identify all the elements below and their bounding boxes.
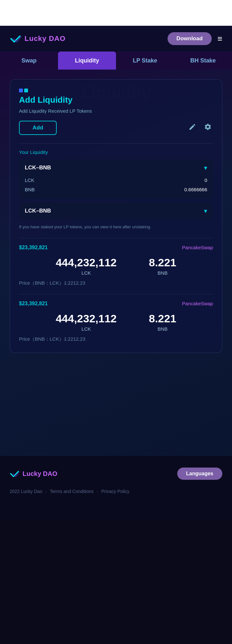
bnb-token-row: BNB 0.6666666 [25, 185, 207, 194]
lck-bnb-row-2[interactable]: LCK–BNB ▾ [19, 203, 213, 219]
edit-icon [188, 123, 196, 131]
card-corner-squares [19, 89, 213, 92]
add-row: Add [19, 121, 213, 135]
tab-bh-stake[interactable]: BH Stake [174, 52, 232, 70]
footer-logo-area: Lucky DAO [10, 470, 57, 478]
logo-area: Lucky DAO [10, 34, 66, 43]
footer: Lucky DAO Languages 2022 Lucky Dao · Ter… [0, 456, 232, 520]
tab-swap[interactable]: Swap [0, 52, 58, 70]
hamburger-icon[interactable]: ≡ [218, 34, 222, 44]
lck-token-row: LCK 0 [25, 175, 207, 185]
logo-text: Lucky DAO [24, 34, 66, 43]
staked-note: If you have staked your LP tokens, you c… [19, 224, 213, 230]
amounts-row-2: 444,232,112 LCK 8.221 BNB [19, 312, 213, 332]
footer-dot-2: · [97, 489, 98, 494]
download-button[interactable]: Download [168, 32, 212, 45]
bnb-amount-value-1: 8.221 [149, 256, 176, 269]
bnb-label: BNB [25, 187, 35, 192]
bnb-value: 0.6666666 [184, 187, 207, 192]
price-row-2: Price（BNB：LCK）1:2212.23 [19, 336, 213, 342]
lck-amount-label-1: LCK [56, 270, 117, 276]
usd-value-1: $23,392,821 [19, 245, 48, 251]
edit-icon-button[interactable] [187, 122, 198, 134]
tab-liquidity[interactable]: Liquidity [58, 52, 116, 70]
pancakeswap-link-1[interactable]: PancakeSwap [182, 245, 213, 250]
lck-value: 0 [205, 177, 207, 183]
corner-sq-blue [19, 89, 23, 92]
lck-amount-value-1: 444,232,112 [56, 256, 117, 269]
card-subtitle: Add Liquidity Received LP Tokens [19, 108, 213, 114]
lck-bnb-header-1: LCK–BNB ▾ [25, 164, 207, 172]
amount-block-lck-2: 444,232,112 LCK [56, 312, 117, 332]
footer-copyright: 2022 Lucky Dao [10, 489, 42, 494]
lck-label: LCK [25, 177, 34, 183]
add-button[interactable]: Add [19, 121, 57, 135]
price-row-1: Price（BNB：LCK）1:2212.23 [19, 280, 213, 286]
lck-amount-value-2: 444,232,112 [56, 312, 117, 325]
amount-block-lck-1: 444,232,112 LCK [56, 256, 117, 276]
amounts-row-1: 444,232,112 LCK 8.221 BNB [19, 256, 213, 276]
liquidity-info-block-1: $23,392,821 PancakeSwap 444,232,112 LCK … [19, 238, 213, 286]
bnb-amount-label-2: BNB [149, 326, 176, 332]
main-content: Liquidity Add Liquidity Add Liquidity Re… [0, 70, 232, 456]
corner-sq-teal [24, 89, 28, 92]
lck-bnb-row-1[interactable]: LCK–BNB ▾ LCK 0 BNB 0.6666666 [19, 159, 213, 199]
card-title: Add Liquidity [19, 95, 213, 105]
header-right: Download ≡ [168, 32, 222, 45]
terms-link[interactable]: Terms and Conditions [50, 489, 93, 494]
top-space [0, 0, 232, 26]
your-liquidity-label: Your Liquidity [19, 149, 213, 155]
liquidity-card: Add Liquidity Add Liquidity Received LP … [10, 79, 222, 353]
settings-icon-button[interactable] [203, 122, 213, 134]
chevron-down-icon-1: ▾ [204, 164, 207, 172]
divider-1 [19, 143, 213, 144]
privacy-link[interactable]: Privacy Policy [101, 489, 129, 494]
usd-value-2: $23,392,821 [19, 301, 48, 307]
footer-top: Lucky DAO Languages [10, 468, 222, 480]
footer-logo-text: Lucky DAO [23, 470, 57, 478]
info-top-row-2: $23,392,821 PancakeSwap [19, 301, 213, 307]
footer-dot-1: · [45, 489, 47, 494]
amount-block-bnb-1: 8.221 BNB [149, 256, 176, 276]
languages-button[interactable]: Languages [177, 468, 222, 480]
pancakeswap-link-2[interactable]: PancakeSwap [182, 301, 213, 306]
logo-icon [10, 34, 21, 43]
chevron-down-icon-2: ▾ [204, 207, 207, 215]
liquidity-info-block-2: $23,392,821 PancakeSwap 444,232,112 LCK … [19, 294, 213, 342]
tab-lp-stake[interactable]: LP Stake [116, 52, 174, 70]
header: Lucky DAO Download ≡ [0, 26, 232, 52]
footer-bottom: 2022 Lucky Dao · Terms and Conditions · … [10, 489, 222, 494]
lck-bnb-header-2: LCK–BNB ▾ [25, 207, 207, 215]
amount-block-bnb-2: 8.221 BNB [149, 312, 176, 332]
bnb-amount-label-1: BNB [149, 270, 176, 276]
bnb-amount-value-2: 8.221 [149, 312, 176, 325]
lck-bnb-title-2: LCK–BNB [25, 208, 51, 214]
settings-icon [204, 123, 212, 131]
lck-bnb-title-1: LCK–BNB [25, 165, 51, 171]
info-top-row-1: $23,392,821 PancakeSwap [19, 245, 213, 251]
lck-bnb-details-1: LCK 0 BNB 0.6666666 [25, 175, 207, 194]
nav-tabs: Swap Liquidity LP Stake BH Stake [0, 52, 232, 70]
lck-amount-label-2: LCK [56, 326, 117, 332]
footer-logo-icon [10, 470, 19, 478]
